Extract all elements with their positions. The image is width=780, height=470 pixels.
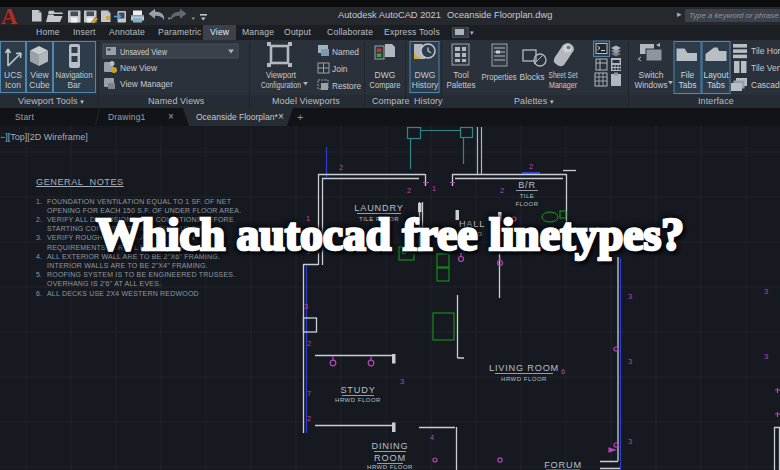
svg-text:File: File [681, 70, 695, 80]
svg-text:Switch: Switch [638, 70, 663, 80]
svg-text:2: 2 [407, 186, 411, 195]
svg-text:Blocks: Blocks [519, 72, 544, 82]
svg-text:Sheet Set: Sheet Set [549, 70, 578, 80]
svg-text:DWG: DWG [375, 70, 396, 80]
svg-text:Join: Join [332, 64, 348, 74]
svg-text:STUDY: STUDY [340, 385, 375, 395]
svg-text:View: View [30, 70, 49, 80]
svg-text:FLOOR: FLOOR [515, 201, 538, 207]
svg-text:Bar: Bar [67, 80, 80, 90]
svg-text:Tile Horizontally: Tile Horizontally [751, 46, 780, 56]
svg-text:Layout: Layout [704, 70, 730, 80]
svg-text:Named: Named [332, 47, 359, 57]
svg-text:2: 2 [307, 414, 311, 423]
svg-text:Navigation: Navigation [56, 70, 93, 80]
svg-text:Viewport: Viewport [266, 70, 297, 80]
svg-text:3: 3 [764, 287, 768, 296]
svg-text:2: 2 [529, 162, 533, 171]
svg-text:UCS: UCS [4, 70, 22, 80]
svg-text:History: History [412, 80, 439, 90]
svg-text:Unsaved View: Unsaved View [120, 47, 168, 57]
svg-text:Restore: Restore [332, 81, 361, 91]
svg-text:3: 3 [628, 437, 632, 446]
svg-text:DWG: DWG [415, 70, 436, 80]
svg-text:Compare: Compare [370, 80, 401, 90]
svg-text:LIVING ROOM: LIVING ROOM [489, 363, 559, 373]
svg-text:6: 6 [561, 367, 565, 376]
svg-text:Windows: Windows [635, 80, 668, 90]
svg-text:3: 3 [400, 377, 404, 386]
svg-text:HRWD FLOOR: HRWD FLOOR [501, 376, 547, 382]
svg-text:ROOM: ROOM [374, 453, 406, 463]
svg-text:4: 4 [430, 433, 434, 442]
svg-text:Tile Vertically: Tile Vertically [751, 63, 780, 73]
svg-text:2: 2 [339, 163, 343, 172]
svg-text:FORUM: FORUM [544, 460, 582, 470]
svg-text:Tool: Tool [453, 70, 469, 80]
svg-text:Icon: Icon [5, 80, 21, 90]
svg-text:DINING: DINING [372, 441, 409, 451]
svg-text:1: 1 [432, 184, 436, 193]
svg-text:HRWD FLOOR: HRWD FLOOR [367, 464, 413, 470]
svg-text:3: 3 [628, 357, 632, 366]
svg-text:Tabs: Tabs [707, 80, 725, 90]
svg-text:2: 2 [307, 339, 311, 348]
svg-text:Palettes: Palettes [447, 80, 476, 90]
svg-text:HRWD FLOOR: HRWD FLOOR [335, 397, 381, 403]
svg-text:3: 3 [764, 352, 768, 361]
svg-text:3: 3 [304, 302, 308, 311]
svg-text:2: 2 [500, 186, 504, 195]
svg-text:Properties: Properties [482, 72, 517, 82]
svg-text:View Manager: View Manager [120, 79, 173, 89]
svg-text:New View: New View [120, 63, 158, 73]
svg-text:3: 3 [628, 292, 632, 301]
svg-text:Cube: Cube [29, 80, 50, 90]
svg-text:B/R: B/R [518, 180, 536, 190]
svg-text:Tabs: Tabs [679, 80, 697, 90]
svg-text:7: 7 [307, 389, 311, 398]
svg-text:Cascade: Cascade [751, 80, 780, 90]
svg-text:Configuration: Configuration [261, 80, 301, 90]
svg-text:Manager: Manager [549, 80, 577, 90]
svg-text:TILE: TILE [520, 193, 535, 199]
